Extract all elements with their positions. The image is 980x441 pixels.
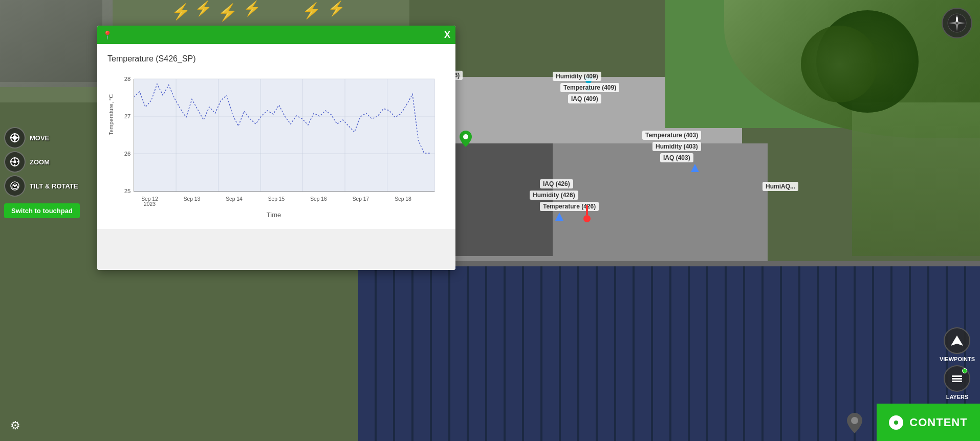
svg-point-4 xyxy=(13,160,16,163)
zoom-control[interactable]: ZOOM xyxy=(4,151,80,173)
svg-point-35 xyxy=(894,421,898,425)
svg-rect-36 xyxy=(134,79,435,192)
svg-point-0 xyxy=(463,134,468,139)
chart-x-label: Time xyxy=(102,211,445,224)
chart-close-button[interactable]: X xyxy=(444,30,450,39)
svg-rect-16 xyxy=(952,381,962,382)
svg-point-34 xyxy=(851,417,858,424)
move-label: MOVE xyxy=(30,134,49,142)
chart-area: 28 27 26 25 Temperature, °C Sep 12 2023 … xyxy=(107,74,445,207)
svg-text:Sep 17: Sep 17 xyxy=(353,196,369,202)
svg-point-2 xyxy=(13,136,16,139)
triangle-marker-403 xyxy=(691,164,699,172)
settings-icon: ⚙ xyxy=(10,419,20,432)
lightning-3: ⚡ xyxy=(217,3,238,22)
layers-active-dot xyxy=(962,368,967,373)
thermometer-marker xyxy=(583,205,591,219)
tilt-rotate-icon xyxy=(4,175,26,197)
chart-content: Temperature (S426_SP) xyxy=(97,44,455,229)
svg-text:25: 25 xyxy=(124,188,131,194)
svg-text:Sep 16: Sep 16 xyxy=(310,196,327,202)
lightning-6: ⚡ xyxy=(328,0,345,17)
compass[interactable]: N xyxy=(942,8,972,38)
viewpoints-icon xyxy=(944,327,970,354)
right-panel-controls: VIEWPOINTS LAYERS xyxy=(940,327,975,400)
svg-rect-15 xyxy=(952,378,962,380)
lightning-5: ⚡ xyxy=(302,2,321,19)
svg-text:Sep 15: Sep 15 xyxy=(268,196,285,202)
touchpad-button[interactable]: Switch to touchpad xyxy=(4,203,80,218)
settings-button[interactable]: ⚙ xyxy=(8,418,23,433)
lightning-1: ⚡ xyxy=(171,3,190,20)
location-pin-map xyxy=(460,131,472,149)
svg-text:Sep 14: Sep 14 xyxy=(226,196,243,202)
water-drop-marker xyxy=(583,77,594,91)
tilt-rotate-label: TILT & ROTATE xyxy=(30,182,78,190)
move-control[interactable]: MOVE xyxy=(4,127,80,149)
layers-icon xyxy=(944,365,970,392)
chart-modal-header: 📍 X xyxy=(97,26,455,44)
chart-pin-icon: 📍 xyxy=(102,30,113,40)
move-icon xyxy=(4,127,26,149)
layers-label: LAYERS xyxy=(946,394,969,400)
content-button[interactable]: CONTENT xyxy=(877,404,980,441)
svg-text:Sep 13: Sep 13 xyxy=(184,196,201,202)
chart-modal: 📍 X Temperature (S426_SP) xyxy=(97,26,455,270)
lightning-4: ⚡ xyxy=(243,0,261,17)
viewpoints-label: VIEWPOINTS xyxy=(940,356,975,362)
layers-button[interactable]: LAYERS xyxy=(944,365,970,400)
svg-text:Sep 18: Sep 18 xyxy=(395,196,411,202)
svg-text:28: 28 xyxy=(124,76,131,82)
svg-text:Temperature, °C: Temperature, °C xyxy=(108,94,114,135)
svg-text:2023: 2023 xyxy=(144,201,156,207)
location-pin-button[interactable] xyxy=(842,408,867,438)
zoom-label: ZOOM xyxy=(30,158,50,166)
chart-title: Temperature (S426_SP) xyxy=(107,54,445,64)
viewpoints-button[interactable]: VIEWPOINTS xyxy=(940,327,975,362)
svg-text:N: N xyxy=(955,17,958,20)
svg-text:26: 26 xyxy=(124,151,131,157)
svg-rect-14 xyxy=(952,375,962,377)
zoom-icon xyxy=(4,151,26,173)
lightning-2: ⚡ xyxy=(194,0,212,17)
svg-text:27: 27 xyxy=(124,113,131,119)
triangle-marker-426 xyxy=(555,213,563,221)
chart-footer xyxy=(97,229,455,270)
svg-point-7 xyxy=(14,185,16,187)
content-label: CONTENT xyxy=(909,416,967,429)
left-controls-panel: MOVE ZOOM TILT & ROTATE Switch to touchp… xyxy=(0,123,84,222)
tilt-rotate-control[interactable]: TILT & ROTATE xyxy=(4,175,80,197)
